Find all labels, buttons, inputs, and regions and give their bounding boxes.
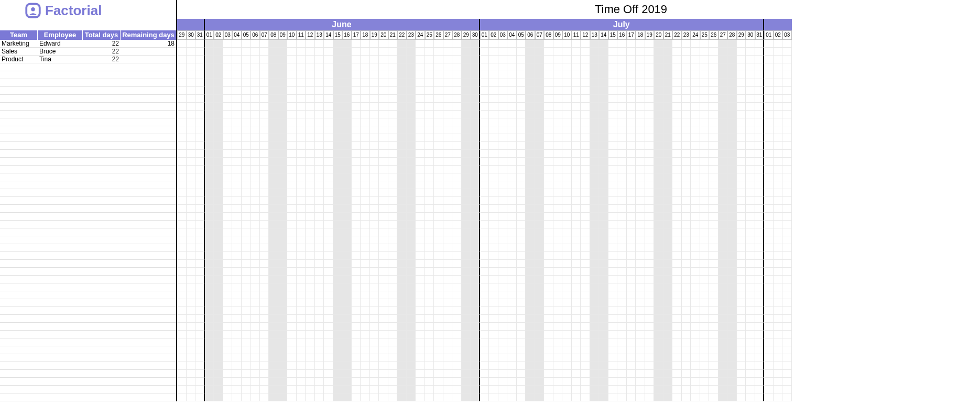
calendar-cell[interactable] bbox=[471, 173, 480, 181]
calendar-cell[interactable] bbox=[214, 299, 223, 307]
calendar-cell[interactable] bbox=[242, 323, 251, 331]
cell-team[interactable] bbox=[0, 323, 38, 330]
calendar-cell[interactable] bbox=[315, 354, 324, 362]
calendar-cell[interactable] bbox=[232, 354, 242, 362]
calendar-cell[interactable] bbox=[205, 111, 214, 118]
calendar-cell[interactable] bbox=[407, 79, 416, 87]
calendar-cell[interactable] bbox=[333, 213, 343, 221]
calendar-cell[interactable] bbox=[517, 142, 526, 150]
calendar-cell[interactable] bbox=[407, 63, 416, 71]
calendar-cell[interactable] bbox=[645, 331, 655, 338]
calendar-cell[interactable] bbox=[205, 338, 214, 346]
calendar-cell[interactable] bbox=[269, 291, 278, 299]
calendar-cell[interactable] bbox=[269, 134, 278, 142]
calendar-cell[interactable] bbox=[572, 142, 581, 150]
calendar-cell[interactable] bbox=[223, 346, 233, 354]
cell-remaining-days[interactable] bbox=[121, 134, 176, 141]
calendar-cell[interactable] bbox=[517, 118, 526, 126]
calendar-cell[interactable] bbox=[251, 323, 260, 331]
calendar-cell[interactable] bbox=[434, 276, 443, 283]
calendar-cell[interactable] bbox=[718, 205, 728, 213]
cell-employee[interactable] bbox=[38, 378, 83, 385]
calendar-cell[interactable] bbox=[177, 40, 187, 48]
calendar-cell[interactable] bbox=[581, 173, 590, 181]
calendar-cell[interactable] bbox=[177, 48, 187, 56]
calendar-cell[interactable] bbox=[251, 299, 260, 307]
calendar-cell[interactable] bbox=[287, 118, 297, 126]
calendar-cell[interactable] bbox=[526, 307, 535, 315]
calendar-cell[interactable] bbox=[755, 354, 765, 362]
calendar-cell[interactable] bbox=[489, 79, 498, 87]
calendar-cell[interactable] bbox=[370, 205, 379, 213]
calendar-cell[interactable] bbox=[562, 197, 572, 205]
calendar-cell[interactable] bbox=[526, 331, 535, 338]
cell-employee[interactable] bbox=[38, 189, 83, 196]
calendar-cell[interactable] bbox=[764, 134, 774, 142]
calendar-cell[interactable] bbox=[434, 71, 443, 79]
calendar-cell[interactable] bbox=[223, 283, 233, 291]
calendar-cell[interactable] bbox=[572, 173, 581, 181]
calendar-cell[interactable] bbox=[297, 252, 306, 260]
calendar-cell[interactable] bbox=[755, 103, 765, 111]
calendar-cell[interactable] bbox=[746, 213, 755, 221]
calendar-cell[interactable] bbox=[645, 48, 655, 56]
calendar-cell[interactable] bbox=[425, 354, 434, 362]
calendar-cell[interactable] bbox=[333, 71, 343, 79]
calendar-cell[interactable] bbox=[443, 181, 453, 189]
calendar-cell[interactable] bbox=[370, 323, 379, 331]
calendar-cell[interactable] bbox=[416, 79, 425, 87]
calendar-cell[interactable] bbox=[195, 40, 205, 48]
calendar-cell[interactable] bbox=[663, 118, 673, 126]
calendar-cell[interactable] bbox=[223, 362, 233, 370]
calendar-cell[interactable] bbox=[617, 56, 627, 63]
calendar-cell[interactable] bbox=[774, 166, 783, 173]
calendar-cell[interactable] bbox=[407, 95, 416, 103]
calendar-cell[interactable] bbox=[553, 283, 563, 291]
calendar-cell[interactable] bbox=[388, 370, 398, 378]
calendar-cell[interactable] bbox=[544, 283, 553, 291]
calendar-cell[interactable] bbox=[232, 323, 242, 331]
calendar-cell[interactable] bbox=[388, 338, 398, 346]
calendar-cell[interactable] bbox=[407, 323, 416, 331]
calendar-cell[interactable] bbox=[672, 71, 682, 79]
calendar-cell[interactable] bbox=[654, 362, 663, 370]
calendar-cell[interactable] bbox=[498, 362, 508, 370]
calendar-cell[interactable] bbox=[608, 213, 618, 221]
calendar-cell[interactable] bbox=[333, 189, 343, 197]
calendar-cell[interactable] bbox=[452, 95, 462, 103]
calendar-cell[interactable] bbox=[590, 126, 600, 134]
calendar-cell[interactable] bbox=[489, 150, 498, 158]
calendar-cell[interactable] bbox=[764, 142, 774, 150]
calendar-cell[interactable] bbox=[251, 87, 260, 95]
calendar-cell[interactable] bbox=[287, 315, 297, 323]
calendar-cell[interactable] bbox=[590, 150, 600, 158]
calendar-cell[interactable] bbox=[324, 221, 333, 228]
calendar-cell[interactable] bbox=[205, 362, 214, 370]
calendar-cell[interactable] bbox=[498, 111, 508, 118]
calendar-cell[interactable] bbox=[342, 40, 352, 48]
calendar-cell[interactable] bbox=[617, 315, 627, 323]
calendar-cell[interactable] bbox=[553, 48, 563, 56]
calendar-cell[interactable] bbox=[223, 393, 233, 401]
calendar-cell[interactable] bbox=[755, 158, 765, 166]
calendar-cell[interactable] bbox=[774, 213, 783, 221]
calendar-cell[interactable] bbox=[636, 126, 645, 134]
calendar-cell[interactable] bbox=[333, 48, 343, 56]
calendar-cell[interactable] bbox=[498, 126, 508, 134]
calendar-cell[interactable] bbox=[278, 283, 288, 291]
cell-total-days[interactable] bbox=[83, 370, 121, 377]
calendar-cell[interactable] bbox=[599, 103, 608, 111]
calendar-cell[interactable] bbox=[617, 205, 627, 213]
calendar-cell[interactable] bbox=[425, 386, 434, 393]
calendar-cell[interactable] bbox=[242, 378, 251, 386]
calendar-cell[interactable] bbox=[388, 393, 398, 401]
calendar-cell[interactable] bbox=[672, 338, 682, 346]
calendar-cell[interactable] bbox=[416, 276, 425, 283]
calendar-cell[interactable] bbox=[654, 56, 663, 63]
calendar-cell[interactable] bbox=[709, 158, 718, 166]
calendar-cell[interactable] bbox=[388, 307, 398, 315]
calendar-cell[interactable] bbox=[260, 87, 269, 95]
calendar-cell[interactable] bbox=[370, 260, 379, 268]
calendar-cell[interactable] bbox=[535, 189, 545, 197]
calendar-cell[interactable] bbox=[718, 386, 728, 393]
